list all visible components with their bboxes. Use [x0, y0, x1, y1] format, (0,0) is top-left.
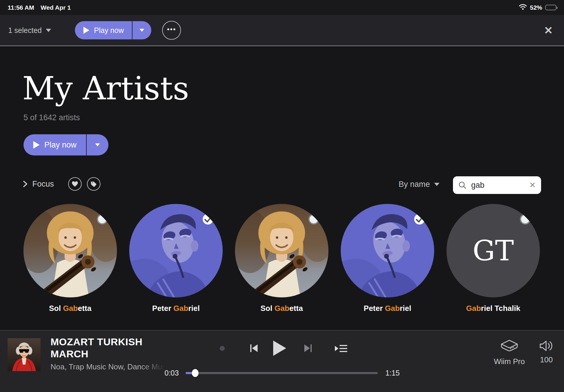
artist-count-label: 5 of 1642 artists	[24, 113, 80, 122]
toolbar-play-now-button[interactable]: Play now	[75, 21, 132, 39]
seek-bar-fill	[186, 372, 195, 374]
album-art[interactable]	[8, 338, 41, 371]
track-artists: Noa, Trap Music Now, Dance Music N	[51, 362, 166, 371]
streamer-device-icon	[500, 339, 519, 354]
artist-photo[interactable]	[341, 204, 434, 297]
artist-search-box: ✕	[453, 176, 541, 194]
next-icon	[303, 343, 314, 354]
heart-icon	[72, 181, 78, 187]
search-match: Gab	[274, 304, 289, 313]
tag-icon	[90, 181, 97, 187]
artist-name: Peter Gabriel	[129, 304, 223, 313]
sort-label: By name	[399, 180, 430, 189]
zone-name-label: Wiim Pro	[494, 357, 525, 366]
clock: 11:56 AM	[8, 4, 34, 11]
artist-card[interactable]: Sol Gabetta	[235, 204, 328, 313]
battery-icon	[545, 5, 556, 10]
volume-control[interactable]: 100	[529, 339, 564, 364]
artist-photo[interactable]	[24, 204, 117, 297]
track-title: MOZART TURKISH MARCH	[51, 336, 162, 360]
select-checkbox[interactable]	[308, 214, 319, 225]
play-button[interactable]	[273, 340, 287, 358]
selected-count-dropdown[interactable]: 1 selected	[8, 15, 51, 46]
my-artists-page: My Artists 5 of 1642 artists Play now Fo…	[0, 46, 564, 330]
volume-icon	[539, 339, 554, 352]
search-icon	[458, 181, 466, 189]
artist-card[interactable]: Sol Gabetta	[24, 204, 117, 313]
more-options-button[interactable]: •••	[162, 21, 181, 40]
chevron-right-icon	[22, 180, 28, 188]
ellipsis-icon: •••	[167, 25, 176, 33]
artist-name: Sol Gabetta	[24, 304, 117, 313]
now-playing-bar: MOZART TURKISH MARCH Noa, Trap Music Now…	[0, 330, 564, 392]
chevron-down-icon	[140, 29, 144, 32]
artist-name: Gabriel Tchalik	[446, 304, 540, 313]
previous-track-button[interactable]	[248, 343, 259, 355]
artist-name: Sol Gabetta	[235, 304, 328, 313]
search-match: Gab	[385, 304, 400, 313]
date: Wed Apr 1	[41, 4, 71, 11]
seek-handle[interactable]	[192, 369, 199, 377]
page-play-now-label: Play now	[44, 140, 77, 150]
select-checkbox[interactable]	[414, 214, 425, 225]
volume-level-label: 100	[540, 355, 553, 364]
search-match: Gab	[173, 304, 188, 313]
artist-card[interactable]: Peter Gabriel	[129, 204, 223, 313]
selected-count-label: 1 selected	[8, 26, 42, 35]
focus-label: Focus	[32, 180, 54, 189]
chevron-down-icon	[434, 183, 439, 186]
close-selection-button[interactable]: ✕	[544, 24, 553, 37]
play-icon	[33, 141, 40, 149]
artist-card[interactable]: Peter Gabriel	[341, 204, 434, 313]
queue-icon	[334, 344, 348, 353]
page-play-now-button[interactable]: Play now	[24, 134, 86, 155]
artist-card[interactable]: GT Gabriel Tchalik	[446, 204, 540, 313]
toolbar-play-options-button[interactable]	[132, 21, 151, 39]
artist-name: Peter Gabriel	[341, 304, 434, 313]
favorites-filter-button[interactable]	[68, 177, 82, 191]
play-icon	[83, 26, 90, 34]
artist-grid: Sol Gabetta Peter Gabriel Sol Gabetta	[24, 204, 540, 313]
select-checkbox[interactable]	[520, 214, 531, 225]
toolbar-play-now-label: Play now	[94, 26, 124, 35]
seek-bar[interactable]	[186, 372, 378, 374]
search-match: Gab	[63, 304, 78, 313]
zone-selector[interactable]: Wiim Pro	[492, 339, 527, 366]
previous-icon	[248, 343, 259, 354]
search-match: Gab	[466, 304, 481, 313]
clear-search-button[interactable]: ✕	[529, 180, 536, 190]
page-title: My Artists	[22, 73, 189, 104]
artist-initials-avatar[interactable]: GT	[446, 204, 540, 297]
status-bar: 11:56 AM Wed Apr 1 52%	[0, 0, 564, 15]
elapsed-time: 0:03	[164, 369, 179, 377]
focus-toggle[interactable]: Focus	[22, 180, 54, 189]
close-icon: ✕	[544, 24, 553, 36]
next-track-button[interactable]	[303, 343, 314, 355]
check-icon	[414, 214, 425, 225]
select-checkbox[interactable]	[97, 214, 108, 225]
battery-percent-label: 52%	[530, 4, 542, 11]
search-input[interactable]	[471, 180, 525, 190]
play-icon	[273, 340, 287, 356]
selection-toolbar: 1 selected Play now ••• ✕	[0, 15, 564, 46]
queue-button[interactable]	[334, 344, 348, 354]
select-checkbox[interactable]	[203, 214, 213, 225]
artist-photo[interactable]	[235, 204, 328, 297]
sort-dropdown[interactable]: By name	[399, 180, 439, 189]
chevron-down-icon	[95, 143, 100, 146]
chevron-down-icon	[46, 29, 51, 32]
track-info[interactable]: MOZART TURKISH MARCH Noa, Trap Music Now…	[51, 336, 166, 371]
toolbar-play-now-split-button: Play now	[75, 21, 151, 39]
page-play-now-split-button: Play now	[24, 134, 108, 155]
playback-mode-dot-icon	[220, 346, 225, 351]
total-time: 1:15	[385, 369, 400, 377]
wifi-icon	[519, 4, 527, 11]
page-play-options-button[interactable]	[87, 134, 108, 155]
check-icon	[203, 214, 213, 225]
artist-photo[interactable]	[129, 204, 223, 297]
tags-filter-button[interactable]	[87, 177, 100, 191]
